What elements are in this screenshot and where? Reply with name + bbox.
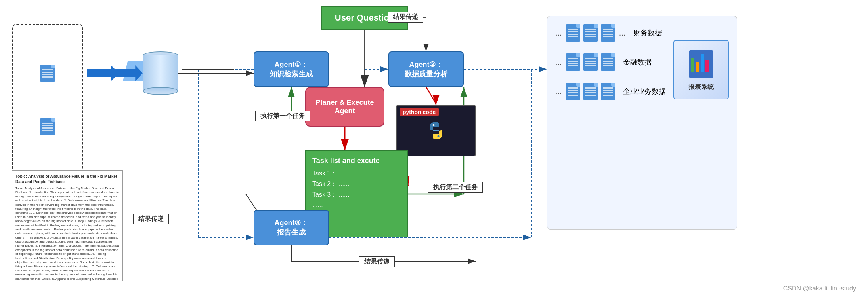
business-doc-3 xyxy=(601,83,615,100)
right-data-area: ... ... 财务数据 ... 金融数据 ... xyxy=(547,16,737,230)
cylinder-bottom xyxy=(143,87,178,95)
task-more: ...... xyxy=(312,201,401,209)
planer-line2: Agent xyxy=(315,107,374,115)
execute-task2-label: 执行第二个任务 xyxy=(428,182,483,193)
agent3-box: Agent③： 报告生成 xyxy=(254,210,329,245)
financial-label: 财务数据 xyxy=(633,28,662,38)
svg-rect-32 xyxy=(696,62,699,72)
planer-line1: Planer & Execute xyxy=(315,99,374,107)
finance-icons xyxy=(566,53,615,71)
task1-value: ...... xyxy=(339,170,350,177)
task-box-title: Task list and excute xyxy=(312,157,401,165)
finance-doc-3 xyxy=(601,53,615,71)
cylinder-storage xyxy=(143,51,178,95)
financial-data-row: ... ... 财务数据 xyxy=(555,24,729,42)
report-title-text: Topic: Analysis of Assurance Failure in … xyxy=(15,174,119,185)
svg-rect-34 xyxy=(705,60,709,72)
agent3-line2: 报告生成 xyxy=(275,228,308,237)
agent3-line1: Agent③： xyxy=(275,218,308,228)
doc-row-2 xyxy=(40,118,55,135)
finance-dots-before: ... xyxy=(555,58,562,67)
agent1-line1: Agent①： xyxy=(270,60,313,69)
python-logo-icon: 3 xyxy=(424,119,448,142)
result-transfer-label-2: 结果传递 xyxy=(133,214,169,224)
svg-point-27 xyxy=(433,124,435,126)
diagram-container: User Question Agent①： 知识检索生成 Agent②： 数据质… xyxy=(0,0,868,298)
agent2-line1: Agent②： xyxy=(405,60,447,69)
document-icon-1 xyxy=(40,65,55,82)
planer-box: Planer & Execute Agent xyxy=(305,87,384,127)
financial-dots-before: ... xyxy=(555,28,562,38)
business-dots-before: ... xyxy=(555,87,562,96)
financial-icons xyxy=(566,24,615,42)
csdn-watermark: CSDN @kaka.liulin -study xyxy=(783,285,856,292)
report-system-label: 报表系统 xyxy=(688,83,714,91)
financial-doc-3 xyxy=(601,24,615,42)
business-doc-1 xyxy=(566,83,580,100)
task3: Task 3： ...... xyxy=(312,191,401,199)
python-code-label: python code xyxy=(400,108,439,116)
document-icon-2 xyxy=(40,118,55,135)
business-doc-2 xyxy=(583,83,598,100)
svg-text:3: 3 xyxy=(439,129,442,135)
agent2-line2: 数据质量分析 xyxy=(405,69,447,79)
report-system-box: 报表系统 xyxy=(673,40,729,99)
doc-row-1 xyxy=(40,65,55,82)
financial-dots-after: ... xyxy=(619,28,626,38)
left-report-text: Topic: Analysis of Assurance Failure in … xyxy=(12,170,123,281)
cylinder-body xyxy=(143,55,178,91)
svg-rect-31 xyxy=(691,58,694,72)
finance-doc-2 xyxy=(583,53,598,71)
agent2-box: Agent②： 数据质量分析 xyxy=(388,51,464,87)
report-chart-icon xyxy=(687,48,715,80)
agent1-box: Agent①： 知识检索生成 xyxy=(254,51,329,87)
finance-doc-1 xyxy=(566,53,580,71)
arrow-para-to-cylinder xyxy=(113,65,143,81)
task1: Task 1： ...... xyxy=(312,169,401,178)
task3-value: ...... xyxy=(339,191,350,198)
user-question-label: User Question xyxy=(335,13,394,23)
task2-label: Task 2： xyxy=(312,180,337,187)
svg-rect-33 xyxy=(701,54,704,72)
result-transfer-label-1: 结果传递 xyxy=(388,12,423,23)
finance-label: 金融数据 xyxy=(623,57,652,67)
agent1-line2: 知识检索生成 xyxy=(270,69,313,79)
python-code-box: python code 3 xyxy=(396,105,476,156)
financial-doc-1 xyxy=(566,24,580,42)
execute-task1-label: 执行第一个任务 xyxy=(255,111,310,121)
task1-label: Task 1： xyxy=(312,170,337,177)
task3-label: Task 3： xyxy=(312,191,337,198)
svg-point-28 xyxy=(438,135,440,137)
report-body-text: Topic: Analysis of Assurance Failure in … xyxy=(15,186,119,281)
business-icons xyxy=(566,83,615,100)
business-label: 企业业务数据 xyxy=(623,87,666,96)
task2-value: ...... xyxy=(339,180,350,187)
financial-doc-2 xyxy=(583,24,598,42)
result-transfer-label-3: 结果传递 xyxy=(359,256,395,267)
task2: Task 2： ...... xyxy=(312,180,401,188)
